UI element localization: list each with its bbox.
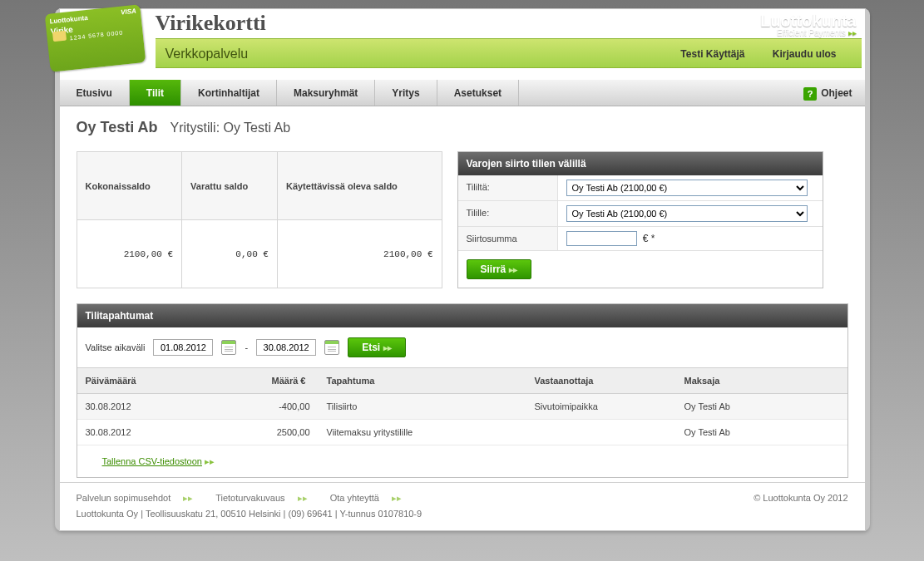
help-icon: ?: [803, 87, 817, 101]
tx-header: Määrä €: [235, 368, 319, 394]
nav-tilit[interactable]: Tilit: [130, 80, 181, 106]
calendar-icon[interactable]: [324, 340, 339, 355]
footer-link[interactable]: Tietoturvakuvaus ▸▸: [215, 493, 317, 503]
page-title: Oy Testi AbYritystili: Oy Testi Ab: [77, 119, 848, 136]
tx-header: Vastaanottaja: [526, 368, 676, 394]
card-image: Luottokunta VISA Virike 1234 5678 0000: [44, 4, 146, 72]
transfer-from-select[interactable]: Oy Testi Ab (2100,00 €): [566, 180, 808, 196]
copyright: © Luottokunta Oy 2012: [754, 493, 847, 503]
table-row: 30.08.2012 -400,00 Tilisiirto Sivutoimip…: [77, 394, 847, 420]
balance-header: Kokonaissaldo: [77, 152, 182, 220]
csv-link[interactable]: Tallenna CSV-tiedostoon▸▸: [102, 456, 215, 466]
arrow-icon: ▸▸: [205, 456, 215, 467]
balance-value: 2100,00 €: [77, 220, 182, 288]
tx-header: Maksaja: [676, 368, 847, 394]
transfer-button[interactable]: Siirrä▸▸: [467, 259, 532, 279]
nav-etusivu[interactable]: Etusivu: [60, 80, 130, 106]
footer-address: Luottokunta Oy | Teollisuuskatu 21, 0051…: [77, 509, 848, 519]
transactions-panel: Tilitapahtumat Valitse aikaväli - Etsi▸▸…: [77, 303, 848, 478]
balance-value: 0,00 €: [182, 220, 278, 288]
filter-label: Valitse aikaväli: [86, 342, 146, 352]
balance-table: Kokonaissaldo Varattu saldo Käytettäviss…: [77, 151, 442, 288]
transactions-title: Tilitapahtumat: [77, 304, 847, 327]
transfer-title: Varojen siirto tilien välillä: [458, 152, 823, 175]
arrow-icon: ▸▸: [509, 265, 517, 274]
footer-link[interactable]: Ota yhteyttä ▸▸: [330, 493, 412, 503]
tx-header: Päivämäärä: [77, 368, 235, 394]
calendar-icon[interactable]: [221, 340, 236, 355]
balance-value: 2100,00 €: [277, 220, 442, 288]
table-row: 30.08.2012 2500,00 Viitemaksu yritystili…: [77, 420, 847, 445]
transfer-panel: Varojen siirto tilien välillä Tililtä: O…: [457, 151, 823, 288]
logout-link[interactable]: Kirjaudu ulos: [773, 48, 837, 60]
arrow-icon: ▸▸: [383, 343, 392, 352]
nav-asetukset[interactable]: Asetukset: [437, 80, 519, 106]
date-to-input[interactable]: [256, 339, 316, 356]
balance-header: Varattu saldo: [182, 152, 278, 220]
balance-header: Käytettävissä oleva saldo: [277, 152, 442, 220]
transfer-to-label: Tilille:: [458, 201, 558, 226]
search-button[interactable]: Etsi▸▸: [348, 337, 406, 357]
tx-header: Tapahtuma: [319, 368, 526, 394]
footer: Palvelun sopimusehdot ▸▸ Tietoturvakuvau…: [60, 482, 865, 530]
transfer-amount-input[interactable]: [566, 231, 637, 246]
nav-kortinhaltijat[interactable]: Kortinhaltijat: [181, 80, 277, 106]
currency-hint: € *: [643, 233, 655, 244]
user-name: Testi Käyttäjä: [680, 48, 744, 60]
footer-link[interactable]: Palvelun sopimusehdot ▸▸: [77, 493, 204, 503]
app-title: Virikekortti: [156, 11, 862, 36]
header: Luottokunta Efficient Payments ▸▸ Luotto…: [60, 9, 865, 80]
transfer-from-label: Tililtä:: [458, 175, 558, 200]
date-from-input[interactable]: [153, 339, 213, 356]
nav-yritys[interactable]: Yritys: [375, 80, 437, 106]
service-bar: Verkkopalvelu Testi Käyttäjä Kirjaudu ul…: [156, 38, 862, 68]
help-link[interactable]: ?Ohjeet: [791, 80, 864, 106]
transfer-amount-label: Siirtosumma: [458, 227, 558, 250]
transfer-to-select[interactable]: Oy Testi Ab (2100,00 €): [566, 205, 808, 222]
main-nav: Etusivu Tilit Kortinhaltijat Maksuryhmät…: [60, 80, 865, 106]
nav-maksuryhmat[interactable]: Maksuryhmät: [277, 80, 375, 106]
